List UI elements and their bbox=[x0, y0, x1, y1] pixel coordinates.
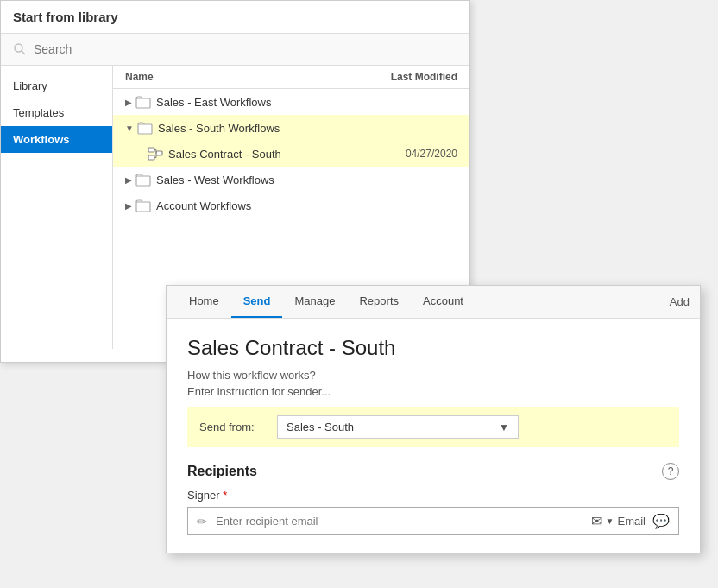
list-item[interactable]: ▶ Sales - West Workflows bbox=[113, 167, 469, 193]
help-icon[interactable]: ? bbox=[662, 463, 679, 480]
svg-rect-3 bbox=[138, 124, 152, 134]
send-from-row: Send from: Sales - South ▼ bbox=[187, 407, 679, 447]
pen-icon: ✏ bbox=[197, 515, 207, 528]
panel-title: Start from library bbox=[1, 1, 469, 34]
right-panel: Home Send Manage Reports Account Add Sal… bbox=[166, 285, 701, 553]
svg-rect-11 bbox=[136, 176, 150, 186]
folder-name: Sales - East Workflows bbox=[156, 96, 457, 109]
send-from-label: Send from: bbox=[199, 420, 277, 433]
sidebar-item-workflows[interactable]: Workflows bbox=[1, 126, 112, 153]
svg-rect-2 bbox=[136, 98, 150, 108]
workflow-desc-line1: How this workflow works? bbox=[187, 369, 679, 382]
folder-name: Sales - South Workflows bbox=[158, 122, 457, 135]
folder-icon bbox=[135, 95, 151, 109]
chevron-right-icon: ▶ bbox=[125, 175, 132, 185]
recipients-title: Recipients bbox=[187, 464, 257, 479]
tab-more-button[interactable]: Add bbox=[670, 295, 690, 308]
dropdown-arrow-icon: ▼ bbox=[606, 516, 614, 526]
recipients-header: Recipients ? bbox=[187, 463, 679, 480]
search-bar bbox=[1, 34, 469, 66]
workflow-desc-line2: Enter instruction for sender... bbox=[187, 385, 679, 398]
send-from-value: Sales - South bbox=[287, 420, 354, 433]
search-input[interactable] bbox=[34, 42, 457, 56]
svg-rect-5 bbox=[148, 155, 154, 160]
chevron-right-icon: ▶ bbox=[125, 98, 132, 107]
tab-account[interactable]: Account bbox=[411, 286, 476, 318]
list-item[interactable]: ▶ Account Workflows bbox=[113, 193, 469, 218]
search-icon bbox=[13, 42, 27, 56]
svg-line-1 bbox=[22, 51, 25, 54]
sidebar: Library Templates Workflows bbox=[1, 66, 113, 349]
file-date: 04/27/2020 bbox=[406, 148, 457, 160]
panel-body: Sales Contract - South How this workflow… bbox=[167, 319, 700, 553]
column-name: Name bbox=[125, 71, 154, 83]
workflow-title: Sales Contract - South bbox=[187, 336, 679, 360]
file-list-header: Name Last Modified bbox=[113, 66, 469, 89]
sidebar-item-templates[interactable]: Templates bbox=[1, 99, 112, 126]
workflow-icon bbox=[148, 147, 163, 161]
svg-rect-6 bbox=[156, 151, 162, 155]
tab-manage[interactable]: Manage bbox=[282, 286, 347, 318]
svg-point-0 bbox=[15, 44, 22, 52]
tab-send[interactable]: Send bbox=[231, 286, 283, 318]
email-type-selector[interactable]: ✉ ▼ Email bbox=[591, 513, 646, 529]
email-label: Email bbox=[617, 515, 646, 528]
list-item[interactable]: ▶ Sales - East Workflows bbox=[113, 89, 469, 115]
tab-reports[interactable]: Reports bbox=[347, 286, 411, 318]
workflow-name: Sales Contract - South bbox=[168, 148, 406, 161]
chevron-down-icon: ▼ bbox=[125, 123, 134, 133]
list-item[interactable]: ▼ Sales - South Workflows bbox=[113, 115, 469, 141]
chat-icon[interactable]: 💬 bbox=[652, 513, 670, 529]
email-input[interactable] bbox=[216, 515, 591, 528]
svg-rect-12 bbox=[136, 202, 150, 212]
tab-home[interactable]: Home bbox=[177, 286, 231, 318]
send-from-select[interactable]: Sales - South ▼ bbox=[277, 415, 519, 439]
folder-icon bbox=[137, 121, 153, 135]
folder-icon bbox=[135, 173, 151, 187]
folder-name: Sales - West Workflows bbox=[156, 174, 457, 187]
tab-bar: Home Send Manage Reports Account Add bbox=[167, 286, 700, 319]
signer-label: Signer * bbox=[187, 489, 679, 502]
recipient-input-row: ✏ ✉ ▼ Email 💬 bbox=[187, 507, 679, 535]
list-item[interactable]: Sales Contract - South 04/27/2020 bbox=[113, 141, 469, 167]
folder-icon bbox=[135, 199, 151, 212]
column-last-modified: Last Modified bbox=[391, 71, 457, 83]
email-icon: ✉ bbox=[591, 513, 602, 529]
sidebar-item-library[interactable]: Library bbox=[1, 73, 112, 99]
folder-name: Account Workflows bbox=[156, 199, 457, 212]
svg-rect-4 bbox=[148, 148, 154, 152]
recipients-section: Recipients ? Signer * ✏ ✉ ▼ Email 💬 bbox=[187, 463, 679, 535]
required-star: * bbox=[220, 489, 228, 502]
chevron-right-icon: ▶ bbox=[125, 201, 132, 211]
chevron-down-icon: ▼ bbox=[499, 421, 509, 433]
